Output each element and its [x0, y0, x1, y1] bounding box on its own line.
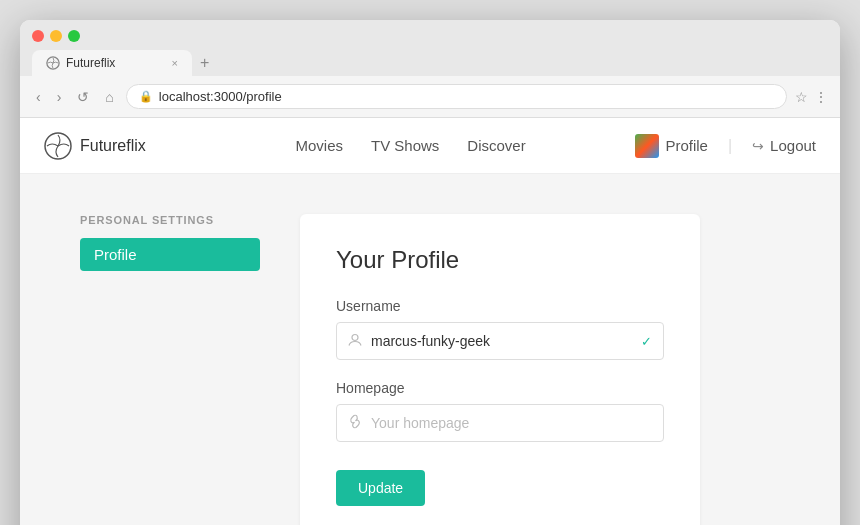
username-icon: [348, 333, 362, 350]
browser-title-bar: Futureflix × +: [20, 20, 840, 76]
homepage-label: Homepage: [336, 380, 664, 396]
username-label: Username: [336, 298, 664, 314]
browser-tab[interactable]: Futureflix ×: [32, 50, 192, 76]
logo-text: Futureflix: [80, 137, 146, 155]
browser-controls: [32, 30, 828, 42]
profile-card-title: Your Profile: [336, 246, 664, 274]
nav-divider: |: [728, 137, 732, 155]
nav-link-discover[interactable]: Discover: [467, 137, 525, 154]
address-bar[interactable]: 🔒 localhost:3000/profile: [126, 84, 787, 109]
sidebar-item-profile-label: Profile: [94, 246, 137, 263]
logout-icon: ↪: [752, 138, 764, 154]
new-tab-button[interactable]: +: [192, 54, 217, 72]
app-nav-links: Movies TV Shows Discover: [186, 137, 636, 154]
tab-favicon-icon: [46, 56, 60, 70]
link-icon: [348, 415, 362, 432]
logo-icon: [44, 132, 72, 160]
sidebar-item-profile[interactable]: Profile: [80, 238, 260, 271]
svg-point-2: [352, 335, 358, 341]
page-content: Futureflix Movies TV Shows Discover Prof…: [20, 118, 840, 525]
nav-link-tv-shows[interactable]: TV Shows: [371, 137, 439, 154]
bookmark-button[interactable]: ☆: [795, 89, 808, 105]
lock-icon: 🔒: [139, 90, 153, 103]
refresh-button[interactable]: ↺: [73, 87, 93, 107]
app-navbar: Futureflix Movies TV Shows Discover Prof…: [20, 118, 840, 174]
main-layout: PERSONAL SETTINGS Profile Your Profile U…: [20, 174, 840, 525]
browser-menu-button[interactable]: ⋮: [814, 89, 828, 105]
profile-nav-item[interactable]: Profile: [635, 134, 708, 158]
app-nav-right: Profile | ↪ Logout: [635, 134, 816, 158]
url-text: localhost:3000/profile: [159, 89, 774, 104]
tab-title: Futureflix: [66, 56, 115, 70]
tab-close-icon[interactable]: ×: [172, 57, 178, 69]
sidebar-section-label: PERSONAL SETTINGS: [80, 214, 260, 226]
profile-nav-label: Profile: [665, 137, 708, 154]
browser-tab-bar: Futureflix × +: [32, 50, 828, 76]
toolbar-right: ☆ ⋮: [795, 89, 828, 105]
back-button[interactable]: ‹: [32, 87, 45, 107]
update-button[interactable]: Update: [336, 470, 425, 506]
browser-toolbar: ‹ › ↺ ⌂ 🔒 localhost:3000/profile ☆ ⋮: [20, 76, 840, 118]
home-button[interactable]: ⌂: [101, 87, 117, 107]
profile-avatar: [635, 134, 659, 158]
app-logo[interactable]: Futureflix: [44, 132, 146, 160]
nav-link-movies[interactable]: Movies: [295, 137, 343, 154]
profile-card: Your Profile Username ✓ Homepage: [300, 214, 700, 525]
maximize-button[interactable]: [68, 30, 80, 42]
check-icon: ✓: [641, 334, 652, 349]
logout-item[interactable]: ↪ Logout: [752, 137, 816, 154]
logout-label: Logout: [770, 137, 816, 154]
homepage-input[interactable]: [336, 404, 664, 442]
username-input-wrapper: ✓: [336, 322, 664, 360]
browser-window: Futureflix × + ‹ › ↺ ⌂ 🔒 localhost:3000/…: [20, 20, 840, 525]
minimize-button[interactable]: [50, 30, 62, 42]
forward-button[interactable]: ›: [53, 87, 66, 107]
sidebar: PERSONAL SETTINGS Profile: [80, 214, 260, 525]
homepage-input-wrapper: [336, 404, 664, 442]
username-input[interactable]: [336, 322, 664, 360]
close-button[interactable]: [32, 30, 44, 42]
